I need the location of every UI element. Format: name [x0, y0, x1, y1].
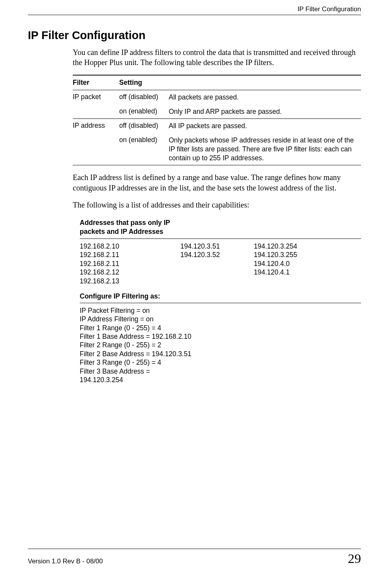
configure-line: Filter 3 Base Address = — [80, 367, 361, 376]
td-filter: IP packet — [73, 93, 119, 102]
td-desc: All IP packets are passed. — [169, 122, 361, 130]
paragraph: Each IP address list is defined by a ran… — [73, 172, 361, 193]
page-title: IP Filter Configuration — [28, 29, 361, 42]
ip-address: 192.168.2.12 — [80, 268, 180, 276]
addresses-block: Addresses that pass only IP packets and … — [80, 218, 361, 384]
td-setting: off (disabled) — [119, 122, 169, 130]
configure-line: Filter 1 Range (0 - 255) = 4 — [80, 324, 361, 332]
address-column: 194.120.3.254 194.120.3.255 194.120.4.0 … — [254, 242, 361, 285]
table-row: on (enabled) Only packets whose IP addre… — [73, 133, 361, 165]
td-desc: All packets are passed. — [169, 93, 361, 102]
td-desc: Only IP and ARP packets are passed. — [169, 107, 361, 116]
configure-line: IP Address Filtering = on — [80, 315, 361, 323]
addresses-heading: Addresses that pass only IP packets and … — [80, 218, 361, 239]
ip-address: 194.120.3.255 — [254, 251, 361, 259]
ip-address: 194.120.3.254 — [254, 242, 361, 251]
table-row: IP address off (disabled) All IP packets… — [73, 119, 361, 133]
configure-lines: IP Packet Filtering = on IP Address Filt… — [80, 306, 361, 384]
table-row: on (enabled) Only IP and ARP packets are… — [73, 105, 361, 119]
th-filter: Filter — [73, 79, 119, 87]
paragraph: The following is a list of addresses and… — [73, 200, 361, 210]
page-footer: Version 1.0 Rev B - 08/00 29 — [28, 549, 361, 565]
footer-version: Version 1.0 Rev B - 08/00 — [28, 558, 103, 565]
td-setting: on (enabled) — [119, 136, 169, 162]
address-column: 194.120.3.51 194.120.3.52 — [180, 242, 254, 285]
ip-address: 194.120.4.1 — [254, 268, 361, 276]
configure-line: 194.120.3.254 — [80, 376, 361, 384]
heading-line: Addresses that pass only IP — [80, 218, 361, 227]
heading-line: packets and IP Addresses — [80, 227, 361, 236]
ip-address: 192.168.2.11 — [80, 259, 180, 268]
ip-address: 192.168.2.13 — [80, 277, 180, 285]
configure-line: Filter 1 Base Address = 192.168.2.10 — [80, 332, 361, 341]
th-setting: Setting — [119, 79, 169, 87]
configure-line: Filter 2 Range (0 - 255) = 2 — [80, 341, 361, 349]
ip-address: 194.120.3.52 — [180, 251, 254, 259]
td-desc: Only packets whose IP addresses reside i… — [169, 136, 361, 162]
intro-paragraph: You can define IP address filters to con… — [73, 47, 361, 68]
ip-address: 192.168.2.10 — [80, 242, 180, 251]
ip-address: 194.120.3.51 — [180, 242, 254, 251]
ip-address: 194.120.4.0 — [254, 259, 361, 268]
td-filter — [73, 136, 119, 162]
ip-address: 192.168.2.11 — [80, 251, 180, 259]
table-row: IP packet off (disabled) All packets are… — [73, 90, 361, 105]
configure-heading: Configure IP Filtering as: — [80, 292, 361, 303]
address-column: 192.168.2.10 192.168.2.11 192.168.2.11 1… — [80, 242, 180, 285]
td-setting: off (disabled) — [119, 93, 169, 102]
configure-line: IP Packet Filtering = on — [80, 306, 361, 315]
td-setting: on (enabled) — [119, 107, 169, 116]
td-filter: IP address — [73, 122, 119, 130]
page-number: 29 — [348, 552, 361, 565]
filter-table: Filter Setting IP packet off (disabled) … — [73, 75, 361, 166]
configure-line: Filter 2 Base Address = 194.120.3.51 — [80, 350, 361, 358]
td-filter — [73, 107, 119, 116]
running-head: IP Filter Configuration — [28, 0, 361, 15]
configure-line: Filter 3 Range (0 - 255) = 4 — [80, 358, 361, 367]
